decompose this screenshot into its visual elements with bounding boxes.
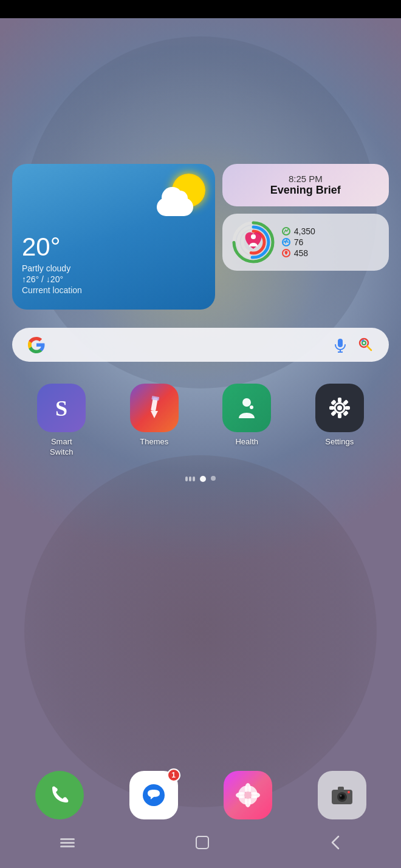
recent-apps-button[interactable] <box>59 836 76 853</box>
home-button[interactable] <box>194 834 211 855</box>
svg-line-14 <box>367 346 371 350</box>
evening-brief-time: 8:25 PM <box>235 174 377 184</box>
themes-label: Themes <box>140 437 168 447</box>
svg-point-46 <box>348 791 350 793</box>
weather-widget[interactable]: 20° Partly cloudy ↑26° / ↓20° Current lo… <box>12 164 215 310</box>
page-dot-active[interactable] <box>200 476 206 482</box>
heart-rate-icon <box>282 238 290 246</box>
calories-value: 458 <box>294 248 308 258</box>
steps-icon <box>282 227 290 236</box>
widgets-row: 20° Partly cloudy ↑26° / ↓20° Current lo… <box>12 164 389 310</box>
home-icon <box>194 834 211 851</box>
weather-temperature: 20° <box>22 234 205 260</box>
health-logo <box>231 393 262 423</box>
themes-icon <box>130 384 179 432</box>
smart-switch-logo: S <box>46 393 77 423</box>
svg-rect-49 <box>60 842 75 844</box>
dock-item-phone[interactable] <box>35 771 84 819</box>
weather-location: Current location <box>22 285 205 295</box>
google-search-bar[interactable] <box>12 328 389 362</box>
svg-rect-51 <box>196 836 208 849</box>
svg-rect-23 <box>338 398 341 402</box>
svg-point-6 <box>251 234 256 239</box>
evening-brief-widget[interactable]: 8:25 PM Evening Brief <box>222 164 389 206</box>
camera-icon <box>327 780 357 810</box>
messages-badge: 1 <box>167 768 180 782</box>
weather-icon-area <box>22 174 205 216</box>
app-item-health[interactable]: Health <box>204 384 290 458</box>
svg-point-19 <box>242 398 251 407</box>
page-dot-2[interactable] <box>211 476 216 481</box>
health-ring-icon <box>232 221 275 263</box>
dock-item-camera[interactable] <box>318 771 366 819</box>
calories-icon <box>282 249 290 257</box>
health-icon <box>222 384 271 432</box>
themes-logo <box>139 393 170 423</box>
health-stats-widget[interactable]: 4,350 76 458 <box>222 214 389 271</box>
camera-app-icon <box>318 771 366 819</box>
back-button[interactable] <box>329 834 342 855</box>
phone-icon <box>47 783 72 807</box>
steps-value: 4,350 <box>294 226 315 236</box>
cloud-icon <box>157 198 193 216</box>
navigation-bar <box>0 826 401 868</box>
dock-item-bixby[interactable] <box>224 771 272 819</box>
dock: 1 <box>12 771 389 819</box>
smart-switch-label: SmartSwitch <box>50 437 73 458</box>
sun-cloud-icon <box>157 174 205 216</box>
svg-rect-48 <box>60 838 75 840</box>
circle-decoration-bottom <box>24 455 377 807</box>
settings-icon <box>315 384 364 432</box>
app-item-themes[interactable]: Themes <box>111 384 198 458</box>
svg-point-15 <box>362 341 366 345</box>
bixby-app-icon <box>224 771 272 819</box>
dock-item-messages[interactable]: 1 <box>129 771 178 819</box>
recent-apps-icon <box>59 836 76 849</box>
page-indicators <box>12 476 389 482</box>
steps-stat: 4,350 <box>282 226 315 236</box>
app-item-settings[interactable]: Settings <box>296 384 383 458</box>
smart-switch-icon: S <box>37 384 86 432</box>
svg-rect-26 <box>345 406 350 410</box>
phone-app-icon <box>35 771 84 819</box>
evening-brief-title: Evening Brief <box>235 184 377 197</box>
svg-rect-25 <box>329 406 334 410</box>
svg-point-40 <box>244 792 252 799</box>
page-line-1 <box>185 476 188 481</box>
svg-point-22 <box>337 405 342 410</box>
weather-description: Partly cloudy <box>22 263 205 273</box>
page-line-2 <box>189 476 191 481</box>
back-icon <box>329 834 342 851</box>
calories-stat: 458 <box>282 248 315 258</box>
svg-point-47 <box>340 795 341 797</box>
health-numbers: 4,350 76 458 <box>282 226 315 258</box>
weather-range: ↑26° / ↓20° <box>22 274 205 284</box>
svg-rect-10 <box>338 339 343 347</box>
settings-logo <box>324 393 355 423</box>
svg-rect-24 <box>338 413 341 418</box>
right-widgets: 8:25 PM Evening Brief <box>222 164 389 310</box>
svg-rect-45 <box>338 787 344 790</box>
app-item-smart-switch[interactable]: S SmartSwitch <box>18 384 105 458</box>
app-grid: S SmartSwitch Themes <box>12 384 389 458</box>
google-logo <box>27 335 46 354</box>
search-icons-group <box>332 336 374 353</box>
home-screen: 20° Partly cloudy ↑26° / ↓20° Current lo… <box>0 18 401 482</box>
page-indicator-lines <box>185 476 195 482</box>
page-line-3 <box>193 476 195 481</box>
microphone-icon[interactable] <box>332 336 349 353</box>
lens-icon[interactable] <box>357 336 374 353</box>
heart-value: 76 <box>294 237 304 247</box>
messages-icon <box>139 780 169 810</box>
health-label: Health <box>235 437 258 447</box>
svg-point-20 <box>250 405 253 409</box>
settings-label: Settings <box>325 437 354 447</box>
status-bar <box>0 0 401 18</box>
svg-rect-50 <box>60 846 75 847</box>
svg-text:S: S <box>55 396 67 421</box>
flower-icon <box>233 780 263 810</box>
heart-stat: 76 <box>282 237 315 247</box>
